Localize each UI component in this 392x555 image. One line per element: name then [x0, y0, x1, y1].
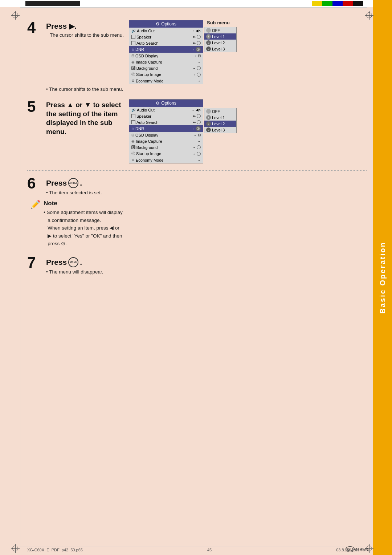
step-6-title: Press ENTER . [46, 178, 102, 188]
step-5-number: 5 [27, 99, 44, 114]
color-yellow [312, 1, 322, 6]
step-4-number: 4 [27, 20, 44, 35]
step-7-number: 7 [27, 255, 44, 270]
step-4-title: Press ▶. [46, 21, 124, 31]
footer-filename: XG-C60X_E_PDF_p42_50.p65 [27, 548, 83, 552]
step-7-title: Press MENU . [46, 257, 103, 267]
page-num-value: GB-45 [356, 547, 369, 552]
options-panel-step5: ⚙Options 🔊 Audio Out → ◀× Speaker ⇔ Auto… [129, 99, 203, 163]
note-icon: ✏️ [31, 200, 41, 209]
page-number: GB GB-45 [346, 546, 369, 552]
color-red [343, 1, 353, 6]
color-blue [332, 1, 343, 6]
right-sidebar: Basic Operation [373, 0, 392, 555]
sub-menu-panel-step4: OFF 1 Level 1 2 Level 2 3 Lev [204, 27, 237, 52]
auto-search-label: Auto Search [136, 41, 192, 45]
step-6-number: 6 [27, 176, 44, 191]
step-4-bullet: • The cursor shifts to the sub menu. [46, 86, 367, 92]
color-black [353, 1, 363, 6]
sub-menu-panel-step5: OFF 1 Level 1 2 Level 2 3 Level 3 [204, 108, 237, 133]
footer: XG-C60X_E_PDF_p42_50.p65 45 03.8.28, 2:0… [27, 548, 367, 552]
step-6-desc: • The item selected is set. [46, 190, 102, 195]
note-section: ✏️ Note • Some adjustment items will dis… [31, 200, 367, 248]
background-label: Background [136, 66, 191, 70]
options-panel-step4: ⚙Options 🔊 Audio Out → ◀× Speaker ⇔ [129, 20, 203, 84]
color-green [322, 1, 332, 6]
step-4: 4 Press ▶. The cursor shifts to the sub … [27, 20, 367, 84]
sidebar-label: Basic Operation [379, 242, 387, 313]
footer-page-num: 45 [207, 548, 212, 552]
note-line-1: • Some adjustment items will display a c… [44, 208, 123, 248]
step-4-desc: The cursor shifts to the sub menu. [46, 32, 124, 38]
step-6: 6 Press ENTER . • The item selected is s… [27, 176, 367, 195]
note-title: Note [44, 200, 123, 207]
step-7: 7 Press MENU . • The menu will disappear… [27, 255, 367, 275]
step-7-desc: • The menu will disappear. [46, 269, 103, 275]
step-5-title: Press ▲ or ▼ to select the setting of th… [46, 101, 126, 137]
sub-menu-label: Sub menu [207, 20, 230, 25]
step-5: 5 Press ▲ or ▼ to select the setting of … [27, 99, 367, 163]
